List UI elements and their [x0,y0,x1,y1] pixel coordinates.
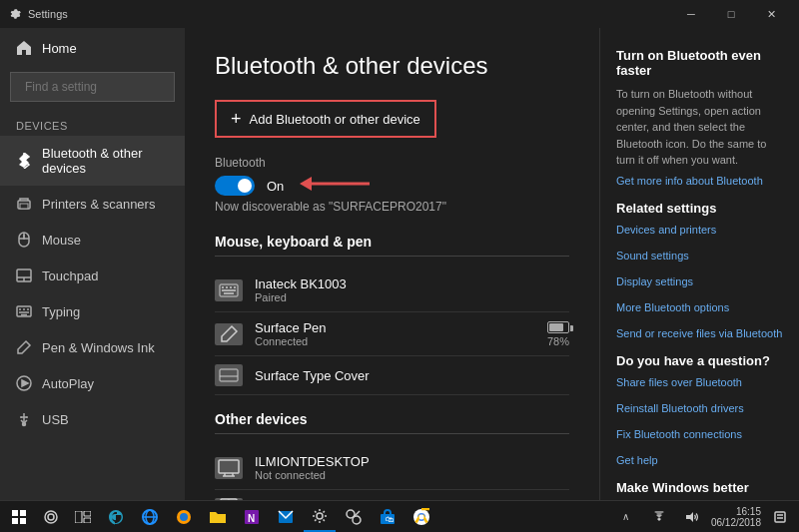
sidebar-search-box[interactable] [10,72,175,102]
link-reinstall-drivers[interactable]: Reinstall Bluetooth drivers [616,402,783,414]
svg-rect-53 [20,510,26,516]
taskbar-app-outlook[interactable] [270,502,302,532]
link-share-files[interactable]: Share files over Bluetooth [616,376,783,388]
plus-icon: + [231,110,242,128]
link-more-bluetooth[interactable]: More Bluetooth options [616,301,783,313]
device-name-ilmiont1: ILMIONTDESKTOP [255,454,569,469]
link-devices-printers[interactable]: Devices and printers [616,224,783,236]
svg-point-77 [419,514,424,519]
svg-point-69 [317,513,323,519]
sidebar-item-bluetooth[interactable]: Bluetooth & other devices [0,136,185,186]
device-status-surface-pen: Connected [255,335,535,347]
svg-rect-59 [84,511,91,516]
question-title: Do you have a question? [616,353,783,368]
device-status-ilmiont1: Not connected [255,469,569,481]
computer-icon-1 [215,457,243,479]
link-fix-connections[interactable]: Fix Bluetooth connections [616,428,783,440]
sidebar-item-mouse[interactable]: Mouse [0,222,185,258]
sidebar-item-touchpad[interactable]: Touchpad [0,258,185,293]
sidebar-item-typing[interactable]: Typing [0,293,185,329]
sidebar-item-bluetooth-label: Bluetooth & other devices [42,146,169,176]
sidebar-item-pen[interactable]: Pen & Windows Ink [0,329,185,365]
svg-rect-55 [20,518,26,524]
chevron-up-icon[interactable]: ∧ [611,502,641,532]
device-item-ilmiont2[interactable]: ILMIONTDESKTOP_jh_walker@outlook.com: [215,490,569,500]
device-item-inateck[interactable]: Inateck BK1003 Paired [215,268,569,312]
printer-icon [16,196,32,212]
taskbar-app-chrome[interactable] [405,502,437,532]
link-sound-settings[interactable]: Sound settings [616,250,783,262]
date-display: 06/12/2018 [711,517,761,528]
taskbar-app-edge[interactable] [100,502,132,532]
sidebar-item-printers-label: Printers & scanners [42,197,155,212]
right-panel-tip-link[interactable]: Get more info about Bluetooth [616,175,783,187]
bluetooth-section-label: Bluetooth [215,156,569,170]
battery-fill [549,323,563,331]
device-info-surface-cover: Surface Type Cover [255,368,569,383]
svg-point-65 [180,513,188,521]
taskbar-app-folder[interactable] [202,502,234,532]
bluetooth-toggle-label: On [267,179,284,194]
taskbar-app-onenote[interactable]: N [236,502,268,532]
taskbar-app-settings[interactable] [304,502,336,532]
link-send-receive[interactable]: Send or receive files via Bluetooth [616,327,783,339]
taskbar-app-firefox[interactable] [168,502,200,532]
add-device-button[interactable]: + Add Bluetooth or other device [215,100,436,138]
device-item-ilmiont1[interactable]: ILMIONTDESKTOP Not connected [215,446,569,490]
taskbar-apps: N [100,502,437,532]
page-title: Bluetooth & other devices [215,52,569,80]
device-name-inateck: Inateck BK1003 [255,276,569,291]
action-center-icon[interactable] [765,502,795,532]
sidebar: Home Devices Bluetooth & other devices [0,28,185,500]
svg-text:N: N [248,513,255,524]
link-get-help[interactable]: Get help [616,454,783,466]
search-input[interactable] [25,80,175,94]
device-battery-surface-pen: 78% [547,321,569,347]
pen-device-icon [215,323,243,345]
taskbar-app-snip[interactable] [338,502,370,532]
svg-marker-18 [22,380,28,386]
cortana-button[interactable] [36,502,66,532]
title-bar-controls: ─ □ ✕ [671,0,791,28]
start-button[interactable] [4,502,34,532]
link-display-settings[interactable]: Display settings [616,275,783,287]
mouse-icon [16,232,32,248]
add-device-label: Add Bluetooth or other device [250,112,420,127]
task-view-button[interactable] [68,502,98,532]
title-bar: Settings ─ □ ✕ [0,0,799,28]
mouse-section: Mouse, keyboard & pen Inateck BK1003 [215,234,569,395]
time-display: 16:15 [711,506,761,517]
minimize-button[interactable]: ─ [671,0,711,28]
autoplay-icon [16,375,32,391]
sidebar-item-autoplay[interactable]: AutoPlay [0,365,185,401]
device-status-inateck: Paired [255,291,569,303]
battery-percent: 78% [547,335,569,347]
system-tray: ∧ [611,502,707,532]
svg-rect-60 [84,518,91,523]
bluetooth-section: Bluetooth On Now discoverable as "SURFAC… [215,156,569,214]
keyboard-icon [215,279,243,301]
taskbar: N [0,500,799,532]
sidebar-item-printers[interactable]: Printers & scanners [0,186,185,222]
svg-rect-58 [75,511,82,523]
taskbar-app-store[interactable]: 🛍 [372,502,403,532]
bluetooth-toggle[interactable] [215,176,255,196]
bluetooth-icon [16,153,32,169]
device-item-surface-pen[interactable]: Surface Pen Connected 78% [215,312,569,356]
sidebar-item-touchpad-label: Touchpad [42,268,98,283]
sidebar-home-button[interactable]: Home [0,28,185,68]
taskbar-app-ie[interactable] [134,502,166,532]
network-icon[interactable] [644,502,674,532]
sidebar-item-usb[interactable]: USB [0,401,185,437]
svg-point-56 [45,511,57,523]
sidebar-item-typing-label: Typing [42,304,80,319]
taskbar-left: N [4,502,437,532]
device-name-surface-pen: Surface Pen [255,320,535,335]
volume-icon[interactable] [677,502,707,532]
other-section: Other devices ILMIONTDESKTOP Not connect… [215,411,569,500]
close-button[interactable]: ✕ [751,0,791,28]
maximize-button[interactable]: □ [711,0,751,28]
device-item-surface-cover[interactable]: Surface Type Cover [215,356,569,395]
related-settings-title: Related settings [616,201,783,216]
home-icon [16,40,32,56]
